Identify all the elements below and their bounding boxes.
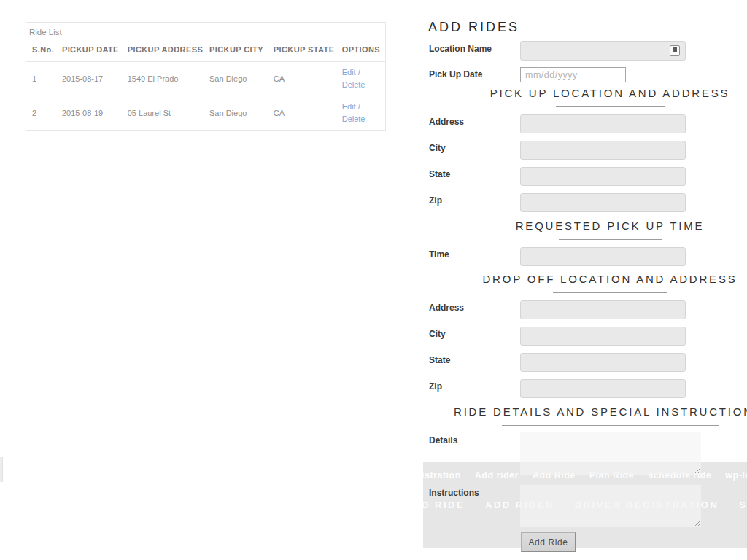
left-edge-band-fragment [0,457,3,482]
cell-pickup-date: 2015-08-19 [59,96,125,131]
dropoff-zip-label: Zip [429,381,442,392]
dropoff-address-input[interactable] [520,300,686,319]
pickup-address-label: Address [429,117,464,127]
ride-list-panel: Ride List S.No. PICKUP DATE PICKUP ADDRE… [26,22,386,131]
bg-menu-item: SIG [739,499,747,510]
details-label: Details [429,435,457,446]
details-textarea[interactable] [520,432,701,475]
dropoff-zip-input[interactable] [520,379,686,398]
col-pickup-city: PICKUP CITY [206,38,271,62]
pickup-city-label: City [429,143,446,153]
instructions-textarea[interactable] [520,485,701,527]
cell-options: Edit / Delete [339,62,385,96]
page-title: ADD RIDES [428,20,519,35]
section-heading-pickup: PICK UP LOCATION AND ADDRESS [453,87,747,99]
dropoff-state-input[interactable] [520,353,686,372]
cell-pickup-city: San Diego [206,96,271,131]
pickup-state-input[interactable] [520,167,686,186]
location-name-label: Location Name [429,44,492,54]
pickup-city-input[interactable] [520,141,686,160]
pickup-zip-input[interactable] [520,193,686,212]
cell-pickup-address: 05 Laurel St [125,96,206,131]
bg-menu-item: D RIDE [422,499,465,510]
bg-menu-item: istration [422,470,461,481]
location-name-input[interactable] [520,41,686,61]
bg-menu-item: Add rider [475,470,519,481]
cell-pickup-state: CA [271,62,339,96]
time-input[interactable] [520,247,686,266]
ride-list-caption: Ride List [26,23,385,37]
ride-list-table: S.No. PICKUP DATE PICKUP ADDRESS PICKUP … [26,38,385,130]
cell-sno: 1 [26,62,59,96]
edit-link[interactable]: Edit / [342,101,382,113]
heading-underline [502,425,719,426]
col-sno: S.No. [26,38,59,62]
dropoff-state-label: State [429,355,450,365]
table-row: 1 2015-08-17 1549 El Prado San Diego CA … [26,62,385,96]
heading-underline [553,292,667,293]
dropoff-address-label: Address [429,303,464,313]
instructions-textarea-wrap [520,485,701,527]
heading-underline [556,106,665,107]
cell-sno: 2 [26,96,59,131]
section-heading-details: RIDE DETAILS AND SPECIAL INSTRUCTIONS [454,405,747,418]
autofill-icon[interactable] [670,45,680,56]
add-ride-button[interactable]: Add Ride [521,532,576,552]
section-heading-time: REQUESTED PICK UP TIME [453,219,747,232]
col-options: OPTIONS [339,38,385,62]
pickup-date-label: Pick Up Date [429,69,482,79]
pickup-zip-label: Zip [429,195,442,206]
col-pickup-address: PICKUP ADDRESS [125,38,206,62]
cell-pickup-date: 2015-08-17 [59,62,125,96]
cell-pickup-state: CA [271,96,339,131]
col-pickup-state: PICKUP STATE [271,38,339,62]
time-label: Time [429,249,449,260]
delete-link[interactable]: Delete [342,113,382,125]
cell-options: Edit / Delete [339,96,385,131]
instructions-label: Instructions [429,488,479,498]
cell-pickup-address: 1549 El Prado [125,62,206,96]
heading-underline [559,239,662,240]
pickup-address-input[interactable] [520,114,686,133]
pickup-state-label: State [429,169,450,179]
dropoff-city-label: City [429,329,446,339]
details-textarea-wrap [520,432,701,475]
section-heading-dropoff: DROP OFF LOCATION AND ADDRESS [453,273,747,285]
table-header-row: S.No. PICKUP DATE PICKUP ADDRESS PICKUP … [26,38,385,62]
table-row: 2 2015-08-19 05 Laurel St San Diego CA E… [26,96,385,131]
col-pickup-date: PICKUP DATE [59,38,125,62]
cell-pickup-city: San Diego [206,62,271,96]
dropoff-city-input[interactable] [520,327,686,346]
bg-menu-item: wp-leg [725,470,747,481]
delete-link[interactable]: Delete [342,79,382,91]
edit-link[interactable]: Edit / [342,66,382,79]
pickup-date-input[interactable] [520,67,626,82]
